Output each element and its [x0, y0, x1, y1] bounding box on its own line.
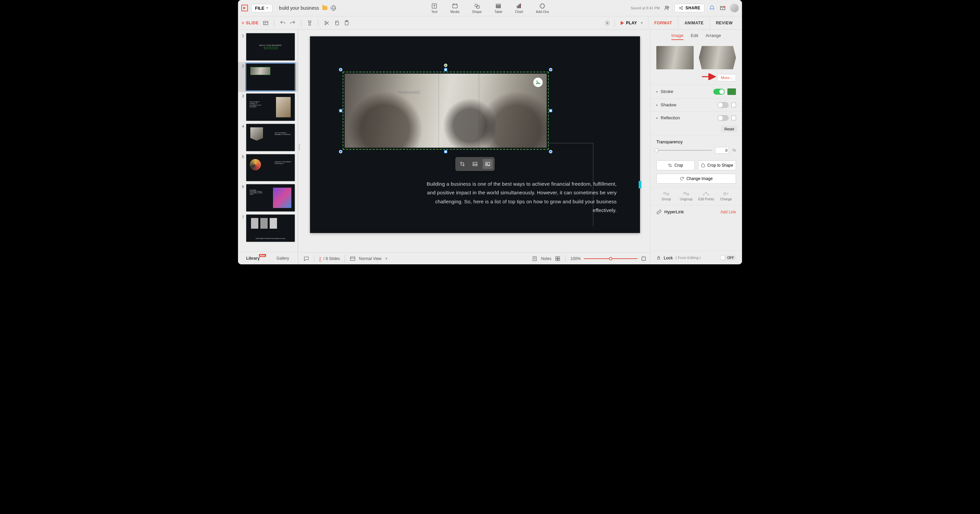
subtab-arrange[interactable]: Arrange	[706, 33, 721, 40]
resize-handle[interactable]	[549, 68, 552, 71]
insert-media-button[interactable]: Media	[450, 3, 459, 14]
insert-shape-button[interactable]: Shape	[472, 3, 482, 14]
play-icon	[620, 21, 624, 25]
public-globe-icon[interactable]	[331, 5, 336, 11]
layout-icon[interactable]	[262, 20, 269, 26]
more-frames-button[interactable]: More...	[718, 74, 736, 81]
tool-label: Chart	[515, 10, 523, 14]
format-subtabs: Image Edit Arrange	[650, 30, 742, 43]
transparency-input[interactable]	[715, 147, 729, 154]
zoom-slider-thumb[interactable]	[609, 257, 612, 260]
crop-to-shape-button[interactable]: Crop to Shape	[698, 160, 737, 170]
grid-view-icon[interactable]	[555, 256, 561, 262]
zoom-value[interactable]: 100%	[570, 256, 581, 261]
shadow-property[interactable]: ▸ Shadow	[650, 98, 742, 111]
view-mode-label[interactable]: Normal View	[359, 256, 382, 261]
resize-handle[interactable]	[549, 109, 552, 112]
rotation-handle[interactable]	[444, 64, 447, 67]
slide-thumbnail[interactable]: 3 BUILD A SALES FUNNEL TO AUTOMATE YOUR …	[238, 92, 298, 123]
cut-icon[interactable]	[324, 20, 330, 26]
current-slide-number[interactable]: 2	[319, 256, 321, 261]
group-button[interactable]: Group	[656, 190, 676, 202]
resize-handle[interactable]	[339, 68, 342, 71]
settings-gear-icon[interactable]	[605, 20, 610, 26]
slide-body-text[interactable]: Building a business is one of the best w…	[423, 180, 617, 215]
svg-rect-28	[473, 162, 477, 166]
subtab-edit[interactable]: Edit	[690, 33, 698, 40]
share-button[interactable]: SHARE	[675, 4, 705, 12]
shadow-toggle[interactable]	[718, 102, 729, 108]
edit-points-button[interactable]: Edit Points	[696, 190, 716, 202]
addons-button[interactable]: Add-Ons	[536, 3, 549, 14]
zoom-slider[interactable]	[584, 258, 637, 259]
resize-handle[interactable]	[339, 150, 342, 153]
file-menu-button[interactable]: FILE ▼	[251, 4, 272, 12]
redo-icon[interactable]	[290, 20, 296, 26]
stroke-property[interactable]: ▸ Stroke	[650, 85, 742, 98]
slide-thumbnail[interactable]: 7 REPROGRAM YOUR MIND FOR BUSINESS SUCCE…	[238, 213, 298, 243]
reflection-checkbox[interactable]	[731, 116, 736, 120]
crop-button[interactable]: Crop	[656, 160, 695, 170]
action-toolbar: + SLIDE PLAY ▼ FORMAT ANIMATE REVIEW	[238, 16, 742, 30]
tab-animate[interactable]: ANIMATE	[678, 16, 710, 30]
format-painter-icon[interactable]	[307, 20, 313, 26]
user-avatar[interactable]	[730, 4, 739, 12]
copy-icon[interactable]	[334, 20, 340, 26]
reflection-toggle[interactable]	[718, 115, 729, 121]
slide-canvas[interactable]: mashroom5	[310, 36, 640, 233]
slide-thumbnail[interactable]: 2	[238, 62, 298, 92]
slider-thumb[interactable]	[654, 148, 658, 152]
transparency-slider[interactable]	[656, 150, 712, 151]
slide-thumbnail[interactable]: 5 DEVELOP YOUR BRAND'S PERSONALITY	[238, 153, 298, 183]
subtab-image[interactable]: Image	[671, 33, 683, 40]
slide-thumbnail[interactable]: 4 GET CUSTOMER'S FEEDBACK TO IMPROVE	[238, 123, 298, 153]
folder-icon[interactable]	[322, 6, 327, 10]
tab-review[interactable]: REVIEW	[710, 16, 739, 30]
undo-icon[interactable]	[280, 20, 286, 26]
notes-icon[interactable]	[532, 256, 538, 262]
add-link-button[interactable]: Add Link	[720, 210, 736, 214]
divider	[565, 255, 566, 263]
reset-button[interactable]: Reset	[721, 126, 737, 132]
frame-preview-rect[interactable]	[656, 46, 694, 69]
image-frame-icon[interactable]	[483, 159, 493, 169]
image-tool-icon[interactable]	[470, 159, 480, 169]
gallery-tab[interactable]: Gallery	[268, 256, 298, 261]
slide-thumbnail[interactable]: 1 BUILD YOUR BUSINESS	[238, 32, 298, 62]
insert-chart-button[interactable]: Chart	[515, 3, 523, 14]
crop-tool-icon[interactable]	[457, 159, 467, 169]
lock-toggle[interactable]: OFF	[720, 255, 736, 260]
reflection-property[interactable]: ▸ Reflection	[650, 111, 742, 124]
inbox-icon[interactable]	[719, 5, 726, 11]
resize-handle[interactable]	[444, 68, 447, 71]
paste-icon[interactable]	[344, 20, 350, 26]
shadow-checkbox[interactable]	[731, 103, 736, 107]
resize-handle[interactable]	[444, 150, 447, 153]
resize-handle[interactable]	[549, 150, 552, 153]
resize-handle[interactable]	[339, 109, 342, 112]
stroke-color-swatch[interactable]	[727, 88, 736, 95]
change-image-button[interactable]: Change Image	[656, 173, 736, 184]
link-icon	[656, 209, 662, 215]
slide-thumbnail[interactable]: 6 USE MEDIA EXPOSURE TO BUILD YOUR EMAIL…	[238, 183, 298, 213]
insert-table-button[interactable]: Table	[494, 3, 502, 14]
notifications-icon[interactable]	[709, 5, 715, 11]
divider	[318, 19, 318, 27]
svg-rect-41	[684, 193, 686, 194]
frame-preview-fancy[interactable]	[699, 46, 737, 69]
collaborators-icon[interactable]	[663, 5, 670, 11]
play-button[interactable]: PLAY ▼	[616, 21, 648, 25]
fit-view-icon[interactable]	[641, 256, 647, 262]
selected-image[interactable]: mashroom5	[343, 72, 549, 150]
view-mode-icon[interactable]	[350, 256, 356, 262]
notes-label[interactable]: Notes	[541, 256, 551, 261]
change-shape-button[interactable]: Change	[716, 190, 736, 202]
comments-icon[interactable]	[303, 256, 309, 262]
svg-rect-20	[263, 21, 268, 25]
tab-format[interactable]: FORMAT	[648, 16, 678, 30]
ungroup-button[interactable]: Ungroup	[676, 190, 696, 202]
insert-text-button[interactable]: Text	[431, 3, 438, 14]
stroke-toggle[interactable]	[713, 89, 725, 95]
add-slide-button[interactable]: + SLIDE	[241, 20, 259, 26]
library-tab[interactable]: Library New	[238, 256, 268, 261]
